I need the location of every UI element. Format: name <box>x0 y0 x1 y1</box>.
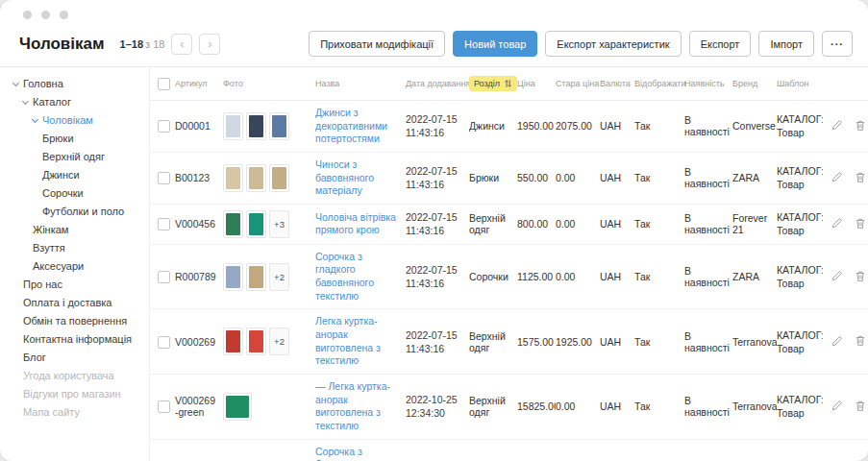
column-header-name[interactable]: Назва <box>315 67 406 101</box>
date-value: 2022-07-15 <box>406 164 463 178</box>
column-header-old_price[interactable]: Стара ціна <box>556 67 600 101</box>
product-photo <box>223 112 243 140</box>
sidebar-item-label: Чоловікам <box>42 111 93 130</box>
sidebar-item-label: Мапа сайту <box>23 403 80 422</box>
more-button[interactable]: ··· <box>822 31 853 57</box>
brand-cell: ZARA <box>732 244 777 309</box>
product-name-link[interactable]: Сорочка з бавовняного матеріалу притален… <box>315 446 400 461</box>
sidebar-item-men-shirts[interactable]: Сорочки <box>8 184 149 203</box>
edit-icon[interactable] <box>831 400 843 413</box>
row-checkbox[interactable] <box>158 400 170 413</box>
column-header-availability[interactable]: Наявність <box>684 67 732 101</box>
edit-icon[interactable] <box>831 335 843 349</box>
product-name-link[interactable]: Чоловіча вітрівка прямого крою <box>315 211 400 237</box>
sidebar-item-label: Брюки <box>42 130 74 148</box>
table-row[interactable]: R000879 +2 Сорочка з бавовняного матеріа… <box>150 439 868 461</box>
edit-icon[interactable] <box>831 171 843 184</box>
availability-cell: В наявності <box>684 374 732 439</box>
window-dot-3[interactable] <box>60 11 68 19</box>
photo-thumbnails[interactable] <box>223 112 310 140</box>
photo-thumbnails[interactable]: +2 <box>223 328 310 355</box>
hide-modifications-button[interactable]: Приховати модифікації <box>309 31 445 57</box>
column-header-currency[interactable]: Валюта <box>600 67 634 101</box>
edit-icon[interactable] <box>831 217 843 230</box>
row-actions <box>823 439 868 461</box>
sidebar-item-blog[interactable]: Блог <box>8 349 149 367</box>
export-button[interactable]: Експорт <box>689 31 752 57</box>
delete-icon[interactable] <box>855 217 866 231</box>
row-checkbox[interactable] <box>158 218 170 230</box>
sidebar-item-men-jeans[interactable]: Джинси <box>8 166 149 184</box>
new-product-button[interactable]: Новий товар <box>453 31 537 57</box>
table-row[interactable]: B00123 Чиноси з бавовняного матеріалу 20… <box>150 152 868 204</box>
delete-icon[interactable] <box>855 270 866 284</box>
table-header-row: АртикулФотоНазваДата додаванняРозділЦіна… <box>150 67 868 101</box>
delete-icon[interactable] <box>855 334 866 349</box>
delete-icon[interactable] <box>855 400 866 414</box>
column-header-display[interactable]: Відображати <box>634 67 684 101</box>
sidebar-item-contact-info[interactable]: Контактна інформація <box>8 330 149 349</box>
sidebar-item-user-agreement[interactable]: Угода користувача <box>8 367 149 385</box>
sidebar-item-store-reviews[interactable]: Відгуки про магазин <box>8 385 149 403</box>
window-dot-1[interactable] <box>23 11 32 19</box>
more-photos-badge[interactable]: +2 <box>269 328 289 355</box>
table-row[interactable]: R000789 +2 Сорочка з гладкого бавовняног… <box>150 244 868 309</box>
table-row[interactable]: V000456 +3 Чоловіча вітрівка прямого кро… <box>150 204 868 244</box>
sidebar-item-men-outerwear[interactable]: Верхній одяг <box>8 148 149 166</box>
delete-icon[interactable] <box>855 119 866 133</box>
sidebar-item-shoes[interactable]: Взуття <box>8 239 149 257</box>
window-dot-2[interactable] <box>41 11 50 19</box>
column-header-photo[interactable]: Фото <box>223 67 315 101</box>
delete-icon[interactable] <box>855 171 866 185</box>
column-header-article[interactable]: Артикул <box>175 67 223 101</box>
more-photos-badge[interactable]: +2 <box>269 263 289 291</box>
sidebar-item-men-pants[interactable]: Брюки <box>8 130 149 148</box>
photo-thumbnails[interactable] <box>223 393 310 421</box>
photo-thumbnails[interactable]: +3 <box>223 210 310 238</box>
column-header-template[interactable]: Шаблон <box>777 67 823 101</box>
more-photos-badge[interactable]: +3 <box>269 210 289 238</box>
time-value: 11:43:16 <box>406 224 463 237</box>
column-header-section[interactable]: Розділ <box>469 67 517 101</box>
sidebar-item-home[interactable]: Головна <box>8 75 149 93</box>
row-checkbox[interactable] <box>158 271 170 283</box>
sidebar-item-women[interactable]: Жінкам <box>8 221 149 239</box>
sidebar-item-about-us[interactable]: Про нас <box>8 276 149 294</box>
product-photo <box>269 112 289 140</box>
product-name-link[interactable]: — Легка куртка-анорак виготовлена з текс… <box>315 380 400 433</box>
photo-thumbnails[interactable] <box>223 164 310 192</box>
row-actions <box>823 101 868 153</box>
pagination-next-button[interactable]: › <box>199 34 220 55</box>
sidebar-item-men-tshirts-polo[interactable]: Футболки и поло <box>8 203 149 221</box>
row-checkbox[interactable] <box>158 336 170 349</box>
photo-thumbnails[interactable]: +2 <box>223 263 310 291</box>
product-name-link[interactable]: Сорочка з гладкого бавовняного текстилю <box>315 251 400 303</box>
column-header-brand[interactable]: Бренд <box>732 67 777 101</box>
product-name-link[interactable]: Чиноси з бавовняного матеріалу <box>315 158 400 198</box>
sidebar-item-catalog[interactable]: Каталог <box>8 93 149 111</box>
sidebar-item-sitemap[interactable]: Мапа сайту <box>8 403 149 422</box>
column-header-price[interactable]: Ціна <box>517 67 556 101</box>
sidebar-item-accessories[interactable]: Аксесуари <box>8 257 149 276</box>
table-row[interactable]: V000269-green — Легка куртка-анорак виго… <box>150 374 868 439</box>
section-cell: Сорочки <box>469 244 517 309</box>
import-button[interactable]: Імпорт <box>758 31 814 57</box>
export-characteristics-button[interactable]: Експорт характеристик <box>545 31 681 57</box>
sidebar-item-men[interactable]: Чоловікам <box>8 111 149 130</box>
column-header-date[interactable]: Дата додавання <box>406 67 469 101</box>
row-checkbox[interactable] <box>158 120 170 133</box>
product-photo <box>223 210 243 238</box>
select-all-checkbox[interactable] <box>158 78 170 90</box>
content: ГоловнаКаталогЧоловікамБрюкиВерхній одяг… <box>0 67 868 461</box>
row-checkbox[interactable] <box>158 172 170 184</box>
table-row[interactable]: V000269 +2 Легка куртка-анорак виготовле… <box>150 309 868 375</box>
currency-cell: UAH <box>600 309 634 375</box>
pagination-prev-button[interactable]: ‹ <box>171 34 192 55</box>
sidebar-item-exchange-return[interactable]: Обмін та повернення <box>8 312 149 330</box>
edit-icon[interactable] <box>831 270 843 283</box>
product-name-link[interactable]: Джинси з декоративними потертостями <box>315 107 400 146</box>
edit-icon[interactable] <box>831 119 843 133</box>
table-row[interactable]: D00001 Джинси з декоративними потертостя… <box>150 101 868 153</box>
sidebar-item-payment-delivery[interactable]: Оплата і доставка <box>8 294 149 312</box>
product-name-link[interactable]: Легка куртка-анорак виготовлена з тексти… <box>315 315 400 368</box>
